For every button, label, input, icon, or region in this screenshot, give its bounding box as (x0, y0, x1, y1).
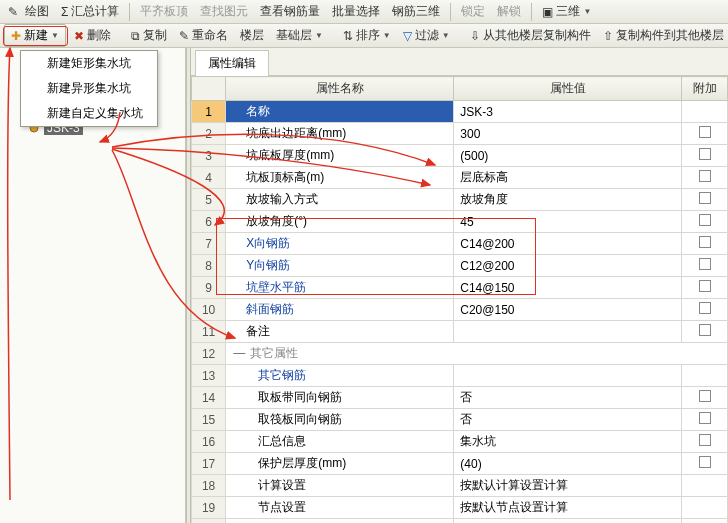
prop-value[interactable] (454, 321, 682, 343)
prop-value[interactable]: JSK-3 (454, 101, 682, 123)
group-header[interactable]: — 其它属性 (226, 343, 728, 365)
prop-extra[interactable] (682, 321, 728, 343)
menu-new-custom-sump[interactable]: 新建自定义集水坑 (21, 101, 157, 126)
checkbox[interactable] (699, 302, 711, 314)
prop-extra[interactable] (682, 387, 728, 409)
checkbox[interactable] (699, 214, 711, 226)
prop-value[interactable]: C12@200 (454, 255, 682, 277)
prop-value[interactable]: 按默认搭接设置计算 (454, 519, 682, 524)
prop-extra[interactable] (682, 277, 728, 299)
copy-to-other-button[interactable]: ⇧复制构件到其他楼层 (599, 25, 728, 46)
btn-check-rebar[interactable]: 查看钢筋量 (256, 1, 324, 22)
table-row[interactable]: 4坑板顶标高(m)层底标高 (192, 167, 728, 189)
prop-value[interactable]: 层底标高 (454, 167, 682, 189)
prop-value[interactable]: C14@150 (454, 277, 682, 299)
prop-extra[interactable] (682, 101, 728, 123)
checkbox[interactable] (699, 126, 711, 138)
table-row[interactable]: 6放坡角度(°)45 (192, 211, 728, 233)
checkbox[interactable] (699, 148, 711, 160)
sort-button[interactable]: ⇅排序▼ (339, 25, 395, 46)
btn-find-elem[interactable]: 查找图元 (196, 1, 252, 22)
prop-extra[interactable] (682, 453, 728, 475)
prop-extra[interactable] (682, 255, 728, 277)
prop-value[interactable]: (500) (454, 145, 682, 167)
btn-unlock[interactable]: 解锁 (493, 1, 525, 22)
tab-property-edit[interactable]: 属性编辑 (195, 50, 269, 76)
prop-extra[interactable] (682, 519, 728, 524)
prop-value[interactable]: 集水坑 (454, 431, 682, 453)
table-row[interactable]: 9坑壁水平筋C14@150 (192, 277, 728, 299)
prop-extra[interactable] (682, 365, 728, 387)
btn-rebar-3d[interactable]: 钢筋三维 (388, 1, 444, 22)
table-row[interactable]: 10斜面钢筋C20@150 (192, 299, 728, 321)
prop-value[interactable]: (40) (454, 453, 682, 475)
table-row[interactable]: 7X向钢筋C14@200 (192, 233, 728, 255)
base-floor-select[interactable]: 基础层 ▼ (272, 25, 327, 46)
delete-button[interactable]: ✖删除 (70, 25, 115, 46)
table-row[interactable]: 12— 其它属性 (192, 343, 728, 365)
table-row[interactable]: 1名称JSK-3 (192, 101, 728, 123)
checkbox[interactable] (699, 192, 711, 204)
prop-extra[interactable] (682, 211, 728, 233)
chevron-down-icon: ▼ (583, 7, 591, 16)
table-row[interactable]: 14取板带同向钢筋否 (192, 387, 728, 409)
filter-button[interactable]: ▽过滤▼ (399, 25, 454, 46)
checkbox[interactable] (699, 412, 711, 424)
checkbox[interactable] (699, 434, 711, 446)
btn-batch-select[interactable]: 批量选择 (328, 1, 384, 22)
table-row[interactable]: 20搭接设置按默认搭接设置计算 (192, 519, 728, 524)
table-row[interactable]: 11备注 (192, 321, 728, 343)
new-button[interactable]: ✚新建▼ (4, 24, 66, 47)
table-row[interactable]: 16汇总信息集水坑 (192, 431, 728, 453)
table-row[interactable]: 8Y向钢筋C12@200 (192, 255, 728, 277)
checkbox[interactable] (699, 456, 711, 468)
prop-value[interactable]: 否 (454, 409, 682, 431)
checkbox[interactable] (699, 170, 711, 182)
menu-new-irreg-sump[interactable]: 新建异形集水坑 (21, 76, 157, 101)
prop-extra[interactable] (682, 299, 728, 321)
table-row[interactable]: 2坑底出边距离(mm)300 (192, 123, 728, 145)
checkbox[interactable] (699, 258, 711, 270)
prop-extra[interactable] (682, 189, 728, 211)
copy-button[interactable]: ⧉复制 (127, 25, 171, 46)
table-row[interactable]: 13其它钢筋 (192, 365, 728, 387)
copy-from-other-button[interactable]: ⇩从其他楼层复制构件 (466, 25, 595, 46)
prop-value[interactable]: 放坡角度 (454, 189, 682, 211)
prop-value[interactable]: 否 (454, 387, 682, 409)
prop-value[interactable]: 按默认节点设置计算 (454, 497, 682, 519)
btn-lock[interactable]: 锁定 (457, 1, 489, 22)
table-row[interactable]: 18计算设置按默认计算设置计算 (192, 475, 728, 497)
table-row[interactable]: 5放坡输入方式放坡角度 (192, 189, 728, 211)
checkbox[interactable] (699, 236, 711, 248)
table-row[interactable]: 17保护层厚度(mm)(40) (192, 453, 728, 475)
collapse-icon[interactable]: — (232, 346, 246, 360)
prop-value[interactable] (454, 365, 682, 387)
btn-3d[interactable]: ▣三维▼ (538, 1, 595, 22)
prop-extra[interactable] (682, 233, 728, 255)
table-row[interactable]: 3坑底板厚度(mm)(500) (192, 145, 728, 167)
btn-draw[interactable]: ✎绘图 (4, 1, 53, 22)
prop-extra[interactable] (682, 475, 728, 497)
prop-extra[interactable] (682, 409, 728, 431)
prop-value[interactable]: 45 (454, 211, 682, 233)
row-number: 13 (192, 365, 226, 387)
prop-value[interactable]: C20@150 (454, 299, 682, 321)
prop-extra[interactable] (682, 145, 728, 167)
btn-sum[interactable]: Σ 汇总计算 (57, 1, 123, 22)
rename-button[interactable]: ✎重命名 (175, 25, 232, 46)
table-row[interactable]: 15取筏板同向钢筋否 (192, 409, 728, 431)
checkbox[interactable] (699, 324, 711, 336)
prop-extra[interactable] (682, 167, 728, 189)
menu-new-rect-sump[interactable]: 新建矩形集水坑 (21, 51, 157, 76)
prop-extra[interactable] (682, 497, 728, 519)
prop-extra[interactable] (682, 431, 728, 453)
prop-value[interactable]: 300 (454, 123, 682, 145)
prop-value[interactable]: C14@200 (454, 233, 682, 255)
checkbox[interactable] (699, 280, 711, 292)
checkbox[interactable] (699, 390, 711, 402)
btn-flat-top[interactable]: 平齐板顶 (136, 1, 192, 22)
prop-extra[interactable] (682, 123, 728, 145)
prop-value[interactable]: 按默认计算设置计算 (454, 475, 682, 497)
table-row[interactable]: 19节点设置按默认节点设置计算 (192, 497, 728, 519)
row-number: 4 (192, 167, 226, 189)
